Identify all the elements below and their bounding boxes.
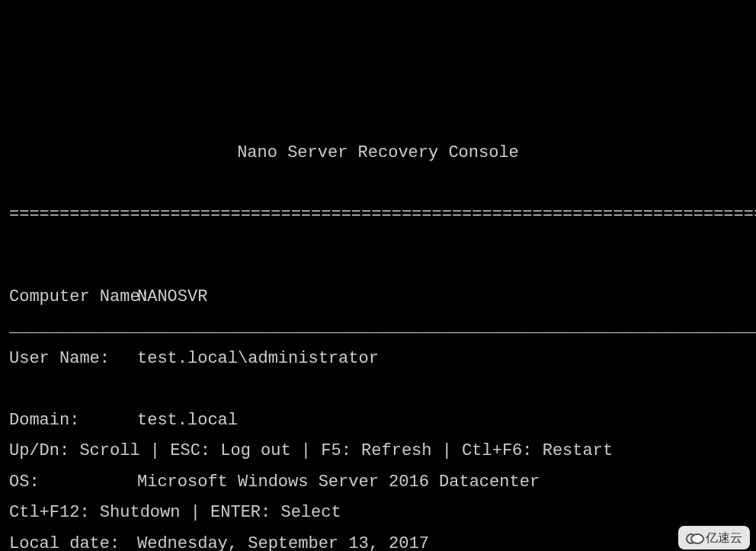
footer-line-2: Ctl+F12: Shutdown | ENTER: Select	[9, 502, 756, 523]
separator-double: ========================================…	[0, 204, 756, 225]
cloud-icon	[686, 533, 703, 543]
footer-line-1: Up/Dn: Scroll | ESC: Log out | F5: Refre…	[9, 440, 756, 461]
console-title: Nano Server Recovery Console	[0, 123, 756, 163]
empty-line	[9, 379, 756, 399]
footer-help: ________________________________________…	[9, 276, 756, 543]
watermark-logo: 亿速云	[678, 526, 750, 549]
watermark-text: 亿速云	[706, 527, 742, 548]
separator-under: ________________________________________…	[9, 317, 756, 338]
